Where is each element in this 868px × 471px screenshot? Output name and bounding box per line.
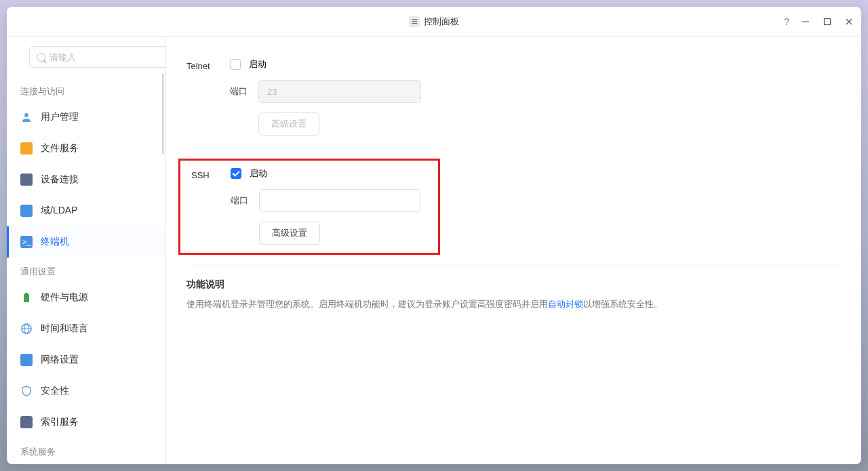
window-title: ☰ 控制面板 <box>409 16 459 28</box>
ssh-port-input[interactable] <box>259 189 420 212</box>
globe-icon <box>20 323 33 335</box>
ssh-label: SSH <box>187 167 231 249</box>
sidebar-item-label: 索引服务 <box>41 416 79 428</box>
telnet-section: Telnet 启动 端口 高级设置 <box>186 52 841 152</box>
section-general: 通用设置 <box>7 258 165 282</box>
sidebar-top <box>7 46 165 77</box>
telnet-port-input <box>258 80 421 103</box>
svg-rect-5 <box>24 294 29 302</box>
user-icon <box>20 111 33 123</box>
terminal-icon: >_ <box>20 236 33 248</box>
ssh-enable-row: 启动 <box>231 167 431 180</box>
battery-icon <box>20 291 33 304</box>
sidebar-item-label: 网络设置 <box>41 354 79 366</box>
search-box[interactable] <box>29 46 166 68</box>
sidebar-item-label: 用户管理 <box>41 111 79 123</box>
app-window: ☰ 控制面板 ? <box>7 7 861 464</box>
sidebar-item-label: 文件服务 <box>41 142 79 155</box>
maximize-button[interactable] <box>822 16 833 27</box>
description-text-before: 使用终端机登录并管理您的系统。启用终端机功能时，建议为登录账户设置高强度密码并启… <box>186 300 548 309</box>
network-icon <box>20 354 33 366</box>
titlebar: ☰ 控制面板 ? <box>7 7 861 37</box>
sidebar-item-security[interactable]: 安全性 <box>7 375 165 407</box>
description-text: 使用终端机登录并管理您的系统。启用终端机功能时，建议为登录账户设置高强度密码并启… <box>186 298 841 311</box>
sidebar-item-domain-ldap[interactable]: 域/LDAP <box>7 195 165 226</box>
search-input[interactable] <box>50 52 163 62</box>
telnet-enable-checkbox[interactable] <box>230 59 241 70</box>
ssh-enable-label: 启动 <box>250 167 267 180</box>
apps-grid-icon[interactable] <box>20 51 22 63</box>
sidebar-item-hw-power[interactable]: 硬件与电源 <box>7 282 165 313</box>
section-system: 系统服务 <box>7 438 165 462</box>
minimize-button[interactable] <box>800 16 811 27</box>
sidebar-item-user-mgmt[interactable]: 用户管理 <box>7 102 165 133</box>
telnet-port-label: 端口 <box>230 85 250 98</box>
ldap-icon <box>20 205 33 217</box>
ssh-port-row: 端口 <box>231 189 431 212</box>
telnet-enable-label: 启动 <box>249 58 267 70</box>
sidebar-item-label: 安全性 <box>41 385 69 397</box>
ssh-advanced-button[interactable]: 高级设置 <box>259 222 320 245</box>
svg-rect-6 <box>25 293 28 294</box>
svg-point-4 <box>24 113 28 117</box>
telnet-enable-row: 启动 <box>230 58 841 70</box>
sidebar-item-file-svc[interactable]: 文件服务 <box>7 133 165 164</box>
telnet-advanced-button: 高级设置 <box>258 112 319 136</box>
content-area: 连接与访问 用户管理 文件服务 设备连接 域/LDAP >_ <box>7 37 861 464</box>
sidebar-item-index[interactable]: 索引服务 <box>7 407 165 438</box>
scrollbar-thumb[interactable] <box>162 73 164 155</box>
sidebar-item-label: 时间和语言 <box>41 323 88 335</box>
titlebar-controls: ? <box>784 16 854 27</box>
sidebar: 连接与访问 用户管理 文件服务 设备连接 域/LDAP >_ <box>7 37 166 464</box>
telnet-port-row: 端口 <box>230 80 841 103</box>
description-text-after: 以增强系统安全性。 <box>583 300 663 309</box>
main-panel: Telnet 启动 端口 高级设置 <box>166 37 861 464</box>
auto-block-link[interactable]: 自动封锁 <box>548 300 583 309</box>
search-icon <box>37 53 45 62</box>
window-title-text: 控制面板 <box>424 16 459 28</box>
sidebar-item-label: 设备连接 <box>41 173 79 186</box>
ssh-advanced-row: 高级设置 <box>231 222 431 245</box>
device-icon <box>20 173 33 186</box>
ssh-enable-checkbox[interactable] <box>231 168 241 179</box>
shield-icon <box>20 385 33 397</box>
folder-icon <box>20 142 33 155</box>
index-icon <box>20 416 33 428</box>
sidebar-item-device-conn[interactable]: 设备连接 <box>7 164 165 195</box>
sidebar-item-label: 硬件与电源 <box>41 291 88 304</box>
sidebar-item-time-lang[interactable]: 时间和语言 <box>7 313 165 344</box>
description-title: 功能说明 <box>186 279 841 291</box>
telnet-advanced-row: 高级设置 <box>230 112 841 136</box>
sliders-icon: ☰ <box>409 16 420 27</box>
ssh-highlight-box: SSH 启动 端口 高级设置 <box>178 159 440 255</box>
sidebar-item-network[interactable]: 网络设置 <box>7 344 165 375</box>
ssh-port-label: 端口 <box>231 194 251 207</box>
sidebar-item-terminal[interactable]: >_ 终端机 <box>7 226 165 258</box>
sidebar-item-label: 终端机 <box>41 236 69 248</box>
section-connect: 连接与访问 <box>7 77 165 102</box>
telnet-label: Telnet <box>186 58 230 145</box>
sidebar-item-label: 域/LDAP <box>41 205 77 217</box>
svg-rect-1 <box>825 18 831 24</box>
help-icon[interactable]: ? <box>784 16 789 27</box>
close-button[interactable] <box>844 16 854 27</box>
